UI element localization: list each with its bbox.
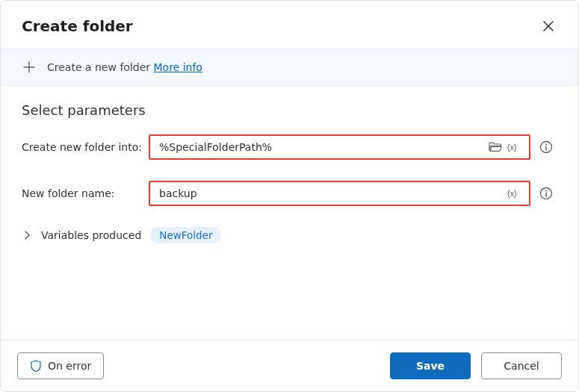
input-folder-name[interactable] [158, 187, 504, 200]
input-folder-into[interactable] [158, 140, 484, 154]
more-info-link[interactable]: More info [153, 61, 202, 73]
variables-produced-label: Variables produced [41, 229, 141, 241]
variable-icon: {x} [507, 187, 522, 199]
save-button[interactable]: Save [390, 352, 471, 379]
variable-chip-newfolder[interactable]: NewFolder [150, 227, 221, 243]
label-folder-into: Create new folder into: [22, 141, 149, 153]
footer-right: Save Cancel [390, 352, 562, 379]
dialog-header: Create folder [1, 1, 578, 49]
svg-text:{x}: {x} [507, 143, 517, 152]
variables-produced-row: Variables produced NewFolder [22, 227, 557, 243]
close-button[interactable] [538, 16, 559, 37]
plus-icon [22, 60, 37, 75]
svg-point-5 [545, 190, 547, 192]
folder-open-icon [489, 141, 502, 153]
insert-variable-button[interactable]: {x} [507, 139, 523, 155]
row-create-folder-into: Create new folder into: {x} [22, 134, 557, 160]
dialog-content: Select parameters Create new folder into… [1, 86, 578, 340]
close-icon [543, 21, 554, 31]
input-wrap-folder-into: {x} [149, 134, 530, 160]
browse-folder-button[interactable] [487, 139, 504, 155]
info-button-folder-into[interactable] [535, 140, 557, 154]
on-error-button[interactable]: On error [17, 352, 104, 379]
chevron-right-icon [24, 231, 30, 240]
label-folder-name: New folder name: [22, 187, 149, 199]
dialog-footer: On error Save Cancel [1, 340, 578, 391]
cancel-button[interactable]: Cancel [481, 352, 562, 379]
shield-icon [30, 360, 42, 372]
section-title: Select parameters [22, 102, 557, 118]
svg-point-2 [545, 144, 547, 146]
save-label: Save [416, 360, 445, 372]
create-folder-dialog: Create folder Create a new folder More i… [0, 0, 579, 392]
svg-text:{x}: {x} [507, 189, 517, 198]
input-wrap-folder-name: {x} [149, 181, 530, 206]
on-error-label: On error [48, 360, 91, 372]
banner-text: Create a new folder More info [47, 61, 202, 73]
insert-variable-button-2[interactable]: {x} [507, 185, 523, 202]
info-banner: Create a new folder More info [1, 49, 578, 86]
variable-icon: {x} [507, 141, 522, 153]
variables-toggle[interactable] [22, 231, 32, 240]
info-icon [539, 187, 553, 200]
dialog-title: Create folder [22, 17, 133, 35]
row-new-folder-name: New folder name: {x} [22, 181, 557, 206]
banner-text-label: Create a new folder [47, 61, 150, 73]
info-button-folder-name[interactable] [535, 187, 557, 200]
info-icon [539, 140, 553, 154]
cancel-label: Cancel [504, 360, 539, 372]
